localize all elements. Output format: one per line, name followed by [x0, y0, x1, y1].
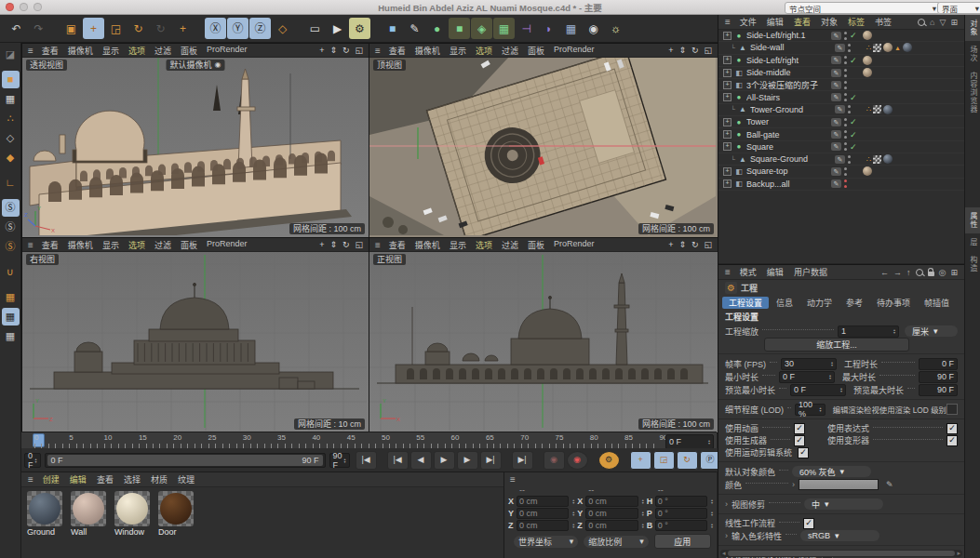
maximize-view-icon[interactable]: ◱: [355, 46, 363, 55]
preview-range-slider[interactable]: 0 F 90 F: [45, 453, 326, 468]
panel-menu-icon[interactable]: ≡: [28, 46, 33, 56]
stepper-icon[interactable]: ▴▾: [642, 511, 644, 516]
object-row[interactable]: +●Side-Left/right.1✎✓: [718, 30, 964, 42]
key-rotation-button[interactable]: ↻: [677, 451, 698, 470]
phong-tag-icon[interactable]: ∴: [866, 44, 871, 52]
zoom-view-icon[interactable]: ⇕: [329, 46, 337, 55]
menu-item-选项[interactable]: 选项: [128, 239, 145, 251]
menu-item-选项[interactable]: 选项: [476, 45, 492, 57]
layer-toggle-icon[interactable]: ✎: [831, 32, 841, 40]
visibility-dots-icon[interactable]: [844, 56, 847, 64]
object-name[interactable]: Ball-gate: [746, 130, 828, 140]
keyframe-settings-button[interactable]: ⚙: [598, 451, 620, 470]
enable-snap-icon[interactable]: Ⓢ: [2, 199, 20, 217]
material-preview[interactable]: [73, 493, 104, 525]
object-name[interactable]: Side-Left/right.1: [746, 31, 828, 40]
object-name[interactable]: 3个没被压缩的房子: [746, 79, 828, 91]
coordinate-field[interactable]: 0 cm: [517, 520, 569, 531]
stepper-icon[interactable]: ▴▾: [642, 498, 644, 504]
range-start-field[interactable]: 0 F ▴▾: [24, 453, 41, 468]
tab-参考[interactable]: 参考: [839, 297, 869, 309]
menu-item-摄像机[interactable]: 摄像机: [68, 45, 93, 57]
menu-item-显示[interactable]: 显示: [102, 45, 119, 57]
object-row[interactable]: └▲Square-Ground✎∴: [718, 153, 964, 166]
menu-item-查看[interactable]: 查看: [389, 45, 406, 57]
coordinate-field[interactable]: 0 cm: [585, 508, 638, 519]
menu-item-标签[interactable]: 标签: [848, 16, 865, 28]
material-tag-icon[interactable]: [863, 56, 872, 65]
layer-toggle-icon[interactable]: ✎: [831, 179, 841, 188]
transform-mode-select[interactable]: 缩放比例▾: [584, 536, 648, 548]
visibility-dots-icon[interactable]: [844, 93, 847, 101]
object-row[interactable]: +◧Side-middle✎: [718, 67, 964, 79]
snap-workplane-icon[interactable]: ▦: [2, 327, 20, 345]
enable-check-icon[interactable]: ✓: [850, 93, 858, 102]
maximize-view-icon[interactable]: ◱: [704, 240, 712, 249]
coordinate-field[interactable]: 0 °: [655, 520, 707, 531]
panel-menu-icon[interactable]: ≡: [375, 240, 380, 250]
target-icon[interactable]: ◎: [939, 268, 946, 277]
zoom-view-icon[interactable]: ⇕: [678, 46, 686, 55]
maximize-view-icon[interactable]: ◱: [704, 46, 712, 55]
panel-menu-icon[interactable]: ≡: [28, 474, 33, 485]
move-tool-icon[interactable]: +: [83, 18, 104, 39]
camera-label[interactable]: 默认摄像机◉: [167, 60, 225, 71]
object-name[interactable]: Side-middle: [746, 68, 828, 77]
subdivision-surface-icon[interactable]: ●: [426, 18, 448, 39]
triangulate-tag-icon[interactable]: ▲: [894, 45, 901, 51]
interface-select[interactable]: 界面▾: [937, 2, 980, 14]
panel-tab-内容浏览器[interactable]: 内容浏览器: [965, 67, 980, 118]
stepper-icon[interactable]: ▴▾: [711, 523, 713, 528]
expand-toggle-icon[interactable]: +: [723, 118, 732, 126]
input-color-select[interactable]: sRGB▾: [800, 530, 879, 541]
visibility-dots-icon[interactable]: [844, 118, 847, 126]
menu-item-纹理[interactable]: 纹理: [178, 473, 195, 485]
live-selection-icon[interactable]: ▣: [60, 18, 82, 39]
menu-item-材质[interactable]: 材质: [151, 473, 168, 485]
object-name[interactable]: Square: [746, 142, 828, 152]
menu-item-查看[interactable]: 查看: [42, 239, 59, 251]
visibility-dots-icon[interactable]: [848, 105, 851, 113]
home-icon[interactable]: ⌂: [930, 18, 934, 27]
panel-tab-属性[interactable]: 属性: [965, 207, 980, 233]
goto-end-button[interactable]: ▶|: [512, 451, 533, 470]
use-motion-system-checkbox[interactable]: ✓: [798, 447, 809, 458]
layer-toggle-icon[interactable]: ✎: [831, 130, 841, 139]
project-scale-field[interactable]: 1 ▴▾: [838, 326, 899, 338]
menu-item-摄像机[interactable]: 摄像机: [415, 239, 440, 251]
redo-icon[interactable]: ↷: [28, 18, 49, 39]
object-row[interactable]: +●Side-Left/right✎✓: [718, 55, 964, 67]
menu-item-书签[interactable]: 书签: [875, 16, 892, 28]
cage-deformer-icon[interactable]: ◈: [471, 18, 492, 39]
unit-select[interactable]: 厘米▾: [905, 326, 958, 337]
make-editable-icon[interactable]: ◪: [2, 46, 20, 63]
object-row[interactable]: └▲Tower-Ground✎∴: [718, 104, 964, 116]
rotate-view-icon[interactable]: ↻: [691, 46, 699, 55]
object-row[interactable]: +●Ball-gate✎✓: [718, 128, 964, 140]
parent-icon[interactable]: ↑: [906, 268, 911, 277]
color-swatch[interactable]: [799, 479, 879, 490]
object-name[interactable]: Backup...all: [746, 179, 828, 189]
menu-item-摄像机[interactable]: 摄像机: [68, 239, 93, 251]
viewport-top[interactable]: ≡ 查看摄像机显示选项过滤面板ProRender +⇕↻◱ 顶视图 网格间距 :…: [369, 43, 718, 238]
rotate-view-icon[interactable]: ↻: [342, 240, 350, 249]
polygons-mode-icon[interactable]: ◆: [2, 149, 20, 166]
menu-item-查看[interactable]: 查看: [794, 16, 811, 28]
pan-view-icon[interactable]: +: [668, 240, 673, 249]
stepper-icon[interactable]: ▴▾: [572, 511, 574, 516]
menu-item-摄像机[interactable]: 摄像机: [415, 45, 440, 57]
preview-max-field[interactable]: 90 F: [919, 384, 958, 396]
lock-icon[interactable]: [928, 272, 934, 276]
goto-next-key-button[interactable]: ▶|: [480, 451, 502, 470]
visibility-dots-icon[interactable]: [844, 130, 847, 139]
section-title[interactable]: 工程设置: [718, 309, 964, 325]
horizontal-scrollbar[interactable]: ◂▸: [720, 550, 962, 557]
tab-帧插值[interactable]: 帧插值: [918, 297, 956, 309]
axis-modify-icon[interactable]: +: [172, 18, 194, 39]
material-tag-icon[interactable]: [863, 31, 872, 40]
menu-item-过滤[interactable]: 过滤: [154, 45, 171, 57]
goto-prev-key-button[interactable]: |◀: [387, 451, 409, 470]
stepper-icon[interactable]: ▴▾: [708, 439, 710, 445]
volume-builder-icon[interactable]: ▦: [493, 18, 515, 39]
duration-field[interactable]: 0 F: [919, 358, 958, 370]
